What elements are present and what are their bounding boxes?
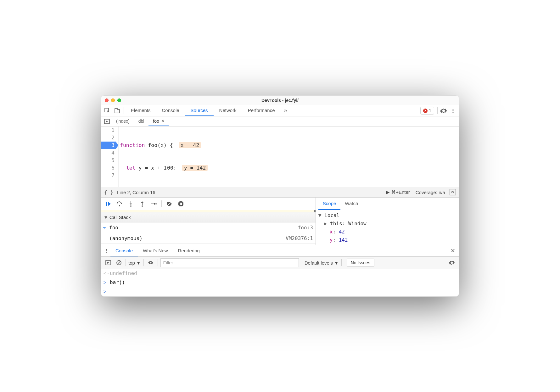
triangle-right-icon[interactable]: ▶ — [324, 221, 327, 227]
svg-point-9 — [119, 205, 120, 206]
console-filter-input[interactable] — [160, 258, 299, 267]
editor-statusbar: { } Line 2, Column 16 ▶ ⌘+Enter Coverage… — [101, 187, 459, 198]
svg-rect-8 — [106, 202, 107, 206]
more-tabs-icon[interactable]: » — [281, 105, 291, 116]
step-out-button[interactable] — [137, 199, 147, 209]
editor-tab-foo[interactable]: foo ✕ — [148, 116, 169, 126]
issues-button[interactable]: No Issues — [347, 259, 374, 267]
callstack-frame[interactable]: (anonymous) VM20376:1 — [101, 233, 316, 244]
debugger-toolbar — [101, 198, 316, 210]
error-count-badge[interactable]: ✕ 1 — [420, 107, 434, 115]
drawer-tabs: Console What's New Rendering ✕ — [101, 245, 459, 256]
error-count: 1 — [429, 108, 431, 113]
editor-tabs: (index) dbl foo ✕ — [101, 116, 459, 126]
source-editor[interactable]: 1 2 3 4 5 6 7 function foo(x) { x = 42 l… — [101, 126, 459, 187]
inline-hint-y: y = 142 — [182, 165, 208, 171]
scope-panel[interactable]: ▼ Local ▶ this: Window x: 42 y: 142 — [316, 210, 459, 244]
drawer: Console What's New Rendering ✕ top ▼ — [101, 245, 459, 296]
output-arrow-icon: <· — [104, 269, 110, 278]
source-code[interactable]: function foo(x) { x = 42 let y = x + 100… — [119, 126, 459, 187]
settings-gear-icon[interactable] — [439, 105, 448, 116]
log-levels-selector[interactable]: Default levels ▼ — [305, 260, 339, 266]
drawer-kebab-icon[interactable] — [102, 245, 110, 256]
devtools-window: DevTools - jec.fyi/ Elements Console Sou… — [101, 95, 459, 297]
navigator-toggle-icon[interactable] — [102, 116, 112, 126]
tab-watch[interactable]: Watch — [340, 198, 362, 210]
tab-console[interactable]: Console — [156, 105, 185, 116]
drawer-tab-rendering[interactable]: Rendering — [173, 245, 205, 256]
triangle-down-icon: ▼ — [104, 215, 108, 220]
execution-line-marker: 3 — [101, 142, 116, 149]
svg-point-17 — [106, 250, 107, 251]
svg-point-11 — [142, 205, 143, 207]
console-row[interactable]: > bar() — [101, 278, 459, 287]
zoom-window-button[interactable] — [117, 98, 121, 102]
console-settings-gear-icon[interactable] — [448, 260, 456, 266]
close-tab-icon[interactable]: ✕ — [161, 119, 165, 123]
close-window-button[interactable] — [105, 98, 109, 102]
svg-rect-15 — [181, 203, 182, 205]
live-expression-icon[interactable] — [146, 260, 155, 265]
run-snippet-button[interactable]: ▶ ⌘+Enter — [386, 189, 410, 195]
coverage-status: Coverage: n/a — [416, 190, 445, 195]
triangle-down-icon: ▼ — [334, 260, 339, 266]
editor-tab-index[interactable]: (index) — [112, 116, 134, 126]
drawer-tab-whatsnew[interactable]: What's New — [138, 245, 173, 256]
clear-console-icon[interactable] — [115, 260, 123, 266]
minimize-window-button[interactable] — [111, 98, 115, 102]
triangle-down-icon: ▼ — [318, 212, 322, 218]
step-into-button[interactable] — [126, 199, 136, 209]
window-controls — [105, 98, 121, 102]
console-sidebar-toggle-icon[interactable] — [104, 260, 112, 266]
kebab-menu-icon[interactable] — [448, 105, 458, 116]
step-over-button[interactable] — [115, 199, 124, 209]
svg-point-4 — [452, 110, 453, 111]
tab-performance[interactable]: Performance — [242, 105, 281, 116]
error-dot-icon: ✕ — [423, 109, 428, 113]
console-row[interactable]: <· undefined — [101, 269, 459, 278]
console-prompt[interactable]: > — [101, 287, 459, 296]
triangle-down-icon: ▼ — [136, 260, 141, 266]
svg-line-21 — [117, 261, 120, 264]
svg-point-12 — [155, 203, 157, 204]
svg-rect-7 — [451, 191, 454, 192]
svg-rect-2 — [117, 109, 120, 113]
svg-point-16 — [106, 249, 107, 250]
console-toolbar: top ▼ Default levels ▼ No Issues — [101, 256, 459, 269]
input-arrow-icon: > — [104, 278, 110, 287]
editor-tab-dbl[interactable]: dbl — [134, 116, 149, 126]
svg-point-18 — [106, 252, 107, 253]
callstack-frame[interactable]: ➔ foo foo:3 — [101, 222, 316, 233]
callstack-header[interactable]: ▼ Call Stack — [101, 212, 316, 222]
drawer-tab-console[interactable]: Console — [110, 245, 138, 256]
pretty-print-icon[interactable]: { } — [104, 189, 113, 195]
close-drawer-icon[interactable]: ✕ — [448, 245, 458, 256]
svg-rect-14 — [180, 203, 181, 205]
input-arrow-icon: > — [104, 287, 110, 296]
resume-button[interactable] — [104, 199, 113, 209]
tab-sources[interactable]: Sources — [185, 105, 214, 116]
execution-context-selector[interactable]: top ▼ — [128, 260, 141, 266]
toggle-sidebar-icon[interactable] — [450, 189, 456, 195]
svg-point-5 — [452, 112, 453, 113]
pause-on-exceptions-button[interactable] — [176, 199, 186, 209]
window-title: DevTools - jec.fyi/ — [101, 98, 459, 103]
line-gutter[interactable]: 1 2 3 4 5 6 7 — [101, 126, 119, 187]
inline-hint-x: x = 42 — [179, 142, 201, 148]
paused-indicator — [101, 210, 316, 212]
step-button[interactable] — [149, 199, 158, 209]
deactivate-breakpoints-button[interactable] — [165, 199, 174, 209]
tab-elements[interactable]: Elements — [125, 105, 156, 116]
inspect-element-icon[interactable] — [102, 105, 112, 116]
device-toolbar-icon[interactable] — [112, 105, 122, 116]
cursor-position: Line 2, Column 16 — [117, 190, 155, 195]
console-output[interactable]: <· undefined > bar() > — [101, 269, 459, 296]
tab-network[interactable]: Network — [214, 105, 242, 116]
svg-point-10 — [130, 205, 132, 207]
current-frame-arrow-icon: ➔ — [103, 225, 109, 231]
svg-point-3 — [452, 109, 453, 109]
svg-point-22 — [150, 262, 151, 264]
tab-scope[interactable]: Scope — [318, 198, 341, 210]
scope-watch-tabs: Scope Watch — [316, 198, 459, 210]
main-panel-tabs: Elements Console Sources Network Perform… — [101, 105, 459, 116]
